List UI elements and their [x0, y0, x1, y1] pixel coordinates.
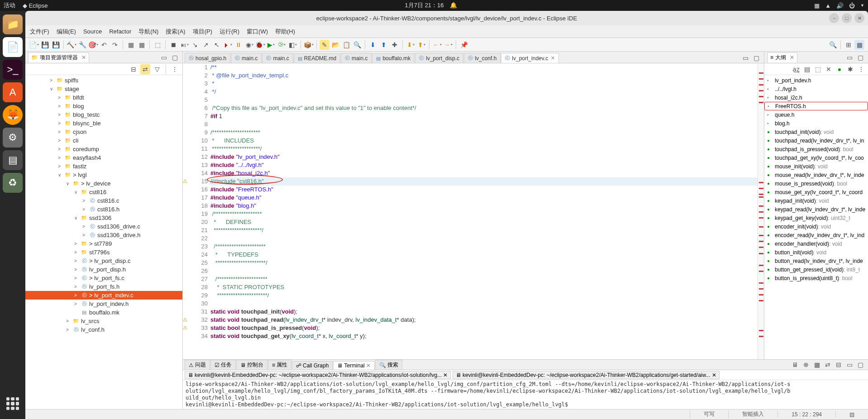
dock-software[interactable]: A: [3, 82, 23, 102]
undo-button[interactable]: ↶: [99, 40, 109, 50]
tree-item[interactable]: >📁blog_testc: [25, 110, 182, 119]
close-button[interactable]: ✕: [854, 13, 864, 23]
outline-item[interactable]: ●keypad_read(lv_indev_drv_t*, lv_inde: [764, 205, 868, 214]
dock-terminal[interactable]: >_: [3, 60, 23, 80]
outline-min-button[interactable]: ▭: [844, 52, 854, 62]
fwd-button[interactable]: →: [443, 40, 453, 50]
outline-item[interactable]: ●encoder_read(lv_indev_drv_t*, lv_ind: [764, 231, 868, 239]
bottom-tab[interactable]: ⚠问题: [185, 360, 210, 370]
ol-group-button[interactable]: ✱: [845, 64, 855, 74]
step2-button[interactable]: ↗: [201, 40, 211, 50]
editor-tab[interactable]: ▤README.md: [294, 53, 340, 63]
menu-item[interactable]: Source: [83, 28, 102, 35]
minimize-button[interactable]: －: [829, 13, 839, 23]
menu-item[interactable]: 帮助(H): [275, 28, 295, 36]
outline-item[interactable]: ●touchpad_get_xy(lv_coord_t*, lv_coo: [764, 153, 868, 162]
suspend-button[interactable]: ⏸: [234, 40, 243, 50]
tree-item[interactable]: >📁easyflash4: [25, 153, 182, 162]
ol-menu-button[interactable]: ⋮: [856, 64, 866, 74]
tree-item[interactable]: >📁cjson: [25, 128, 182, 136]
tree-item[interactable]: ∨📁> lv_device: [25, 179, 182, 188]
outline-item[interactable]: ●touchpad_init(void) : void: [764, 128, 868, 136]
outline-item[interactable]: ●button_init(void) : void: [764, 248, 868, 257]
filter-button[interactable]: ▽: [152, 64, 162, 74]
editor-tab[interactable]: ⓗhosal_gpio.h: [185, 53, 230, 63]
bottom-tab[interactable]: ☍Call Graph: [292, 361, 333, 370]
dock-todo[interactable]: ▤: [3, 150, 23, 170]
view-menu-button[interactable]: ⋮: [170, 64, 180, 74]
prev-ann-button[interactable]: ⬆: [416, 40, 426, 50]
back-button[interactable]: ←: [432, 40, 442, 50]
project-tree[interactable]: >📁spiffs∨📁stage>📁blfdt>📁blog>📁blog_testc…: [25, 75, 182, 409]
outline-tree[interactable]: ▪lv_port_indev.h▪../../lvgl.h▪hosal_i2c.…: [764, 75, 868, 359]
terminal-output[interactable]: lipse-workspace2/Ai-Thinker-WB2/applicat…: [183, 380, 868, 409]
debug-button[interactable]: 🐞: [255, 40, 265, 50]
stop2-button[interactable]: ⏯: [179, 40, 189, 50]
outline-item[interactable]: ●keypad_get_key(void) : uint32_t: [764, 214, 868, 222]
outline-item[interactable]: ●encoder_handler(void) : void: [764, 239, 868, 248]
toggle-button[interactable]: ▦: [126, 40, 136, 50]
ol-hide2-button[interactable]: ⬚: [813, 64, 823, 74]
ol-hide3-button[interactable]: ✕: [824, 64, 834, 74]
volume-icon[interactable]: 🔊: [836, 2, 844, 9]
overview-ruler[interactable]: [758, 63, 764, 359]
menu-item[interactable]: 项目(P): [193, 28, 212, 36]
bm2-button[interactable]: ⬆: [379, 40, 389, 50]
tree-item[interactable]: >ⓗlv_port_indev.h: [25, 300, 182, 308]
marker-button[interactable]: ✎: [320, 40, 329, 50]
search-button[interactable]: 🔍: [352, 40, 362, 50]
dock-trash[interactable]: ♻: [3, 173, 23, 193]
panel-max-button[interactable]: ▢: [170, 52, 180, 62]
outline-item[interactable]: ●button_is_pressed(uint8_t) : bool: [764, 274, 868, 282]
power-icon[interactable]: ⏻: [849, 2, 855, 9]
status-menu[interactable]: ▤: [835, 411, 868, 418]
outline-item[interactable]: ●touchpad_read(lv_indev_drv_t*, lv_in: [764, 136, 868, 145]
dock-firefox[interactable]: 🦊: [3, 105, 23, 125]
grid-icon[interactable]: ▦: [814, 2, 820, 9]
editor-tab[interactable]: ▤bouffalo.mk: [372, 53, 415, 63]
open-task-button[interactable]: 📋: [341, 40, 351, 50]
tree-item[interactable]: >ⓗssd1306_drive.h: [25, 231, 182, 239]
persp-cdt-button[interactable]: ▦: [854, 40, 864, 50]
ol-hide4-button[interactable]: ●: [835, 64, 844, 74]
tree-item[interactable]: ∨📁stage: [25, 85, 182, 93]
menu-item[interactable]: 文件(F): [30, 28, 49, 36]
save-button[interactable]: 💾: [40, 40, 50, 50]
outline-item[interactable]: ●mouse_init(void) : void: [764, 162, 868, 171]
tree-item[interactable]: >📁st7796s: [25, 248, 182, 257]
tree-item[interactable]: >ⓗcst816.h: [25, 205, 182, 214]
editor-tab[interactable]: ⓗlv_conf.h: [464, 53, 501, 63]
outline-item[interactable]: ▪blog.h: [764, 119, 868, 128]
outline-item[interactable]: ●touchpad_is_pressed(void) : bool: [764, 145, 868, 153]
coverage-button[interactable]: ◧: [288, 40, 298, 50]
save-all-button[interactable]: 💾: [51, 40, 61, 50]
bm3-button[interactable]: ✚: [390, 40, 400, 50]
outline-item[interactable]: ▪lv_port_indev.h: [764, 76, 868, 85]
editor-max-button[interactable]: ▢: [751, 53, 761, 63]
outline-tab[interactable]: ≡ 大纲 ✕: [767, 52, 797, 62]
pin-button[interactable]: 📌: [459, 40, 469, 50]
next-ann-button[interactable]: ⬇: [405, 40, 415, 50]
outline-item[interactable]: ●mouse_is_pressed(void) : bool: [764, 179, 868, 188]
step-button[interactable]: ↘: [190, 40, 200, 50]
run-button[interactable]: ▶: [266, 40, 276, 50]
outline-item[interactable]: ●mouse_get_xy(lv_coord_t*, lv_coord: [764, 188, 868, 196]
target-button[interactable]: 🎯: [88, 40, 98, 50]
terminal-tab-2[interactable]: 🖥 kevinli@kevinli-EmbeddedDev-pc: ~/ecli…: [453, 371, 719, 379]
stop-button[interactable]: ⏹: [168, 40, 178, 50]
outline-item[interactable]: ▪FreeRTOS.h: [764, 102, 868, 110]
tree-item[interactable]: >ⓒcst816.c: [25, 196, 182, 205]
redo-button[interactable]: ↷: [110, 40, 120, 50]
tree-item[interactable]: >ⓗlv_port_fs.h: [25, 282, 182, 291]
app-indicator[interactable]: ◆ Eclipse: [23, 2, 48, 9]
outline-item[interactable]: ●mouse_read(lv_indev_drv_t*, lv_inde: [764, 171, 868, 179]
tree-item[interactable]: >📁fastlz: [25, 162, 182, 171]
maximize-button[interactable]: □: [842, 13, 852, 23]
dock-show-apps[interactable]: [3, 394, 23, 414]
panel-min-button[interactable]: ▭: [159, 52, 169, 62]
tree-item[interactable]: >ⓗlv_conf.h: [25, 325, 182, 334]
activities-button[interactable]: 活动: [4, 1, 15, 10]
bottom-tab[interactable]: ☑任务: [210, 360, 236, 370]
tree-item[interactable]: >ⓒ> lv_port_disp.c: [25, 257, 182, 265]
open-type-button[interactable]: 📂: [330, 40, 340, 50]
